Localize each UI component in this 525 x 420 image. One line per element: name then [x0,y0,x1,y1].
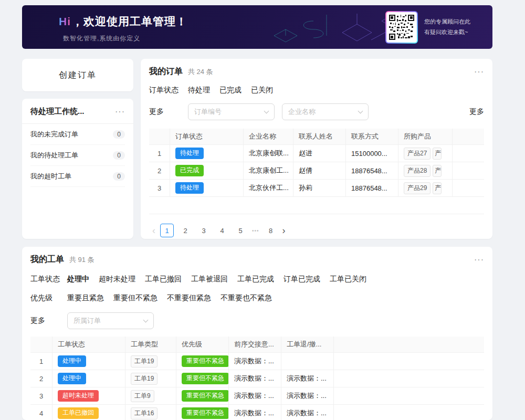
pagination-page-8[interactable]: 8 [264,224,278,237]
phone-cell: 15100000... [346,145,398,162]
more-options-icon[interactable]: ··· [474,257,484,262]
pagination-ellipsis-icon[interactable]: ••• [252,228,259,234]
order-status-option-completed[interactable]: 已完成 [219,86,242,95]
ticket-status-cell: 处理中 [52,370,125,387]
more-options-icon[interactable]: ··· [474,69,484,75]
priority-option-important-urgent[interactable]: 重要且紧急 [67,293,104,303]
product-tag: 产品28 [404,165,430,177]
more-options-icon[interactable]: ··· [115,109,125,114]
header-ticket-status: 工单状态 [52,337,125,352]
product-tag-truncated: 产 [433,165,442,177]
banner-subtitle: 数智化管理,系统由你定义 [63,34,187,43]
status-badge: 处理中 [58,373,86,384]
header-preorder-handover: 前序交接意... [229,337,281,352]
qr-caption-line2: 有疑问欢迎来戳~ [424,27,483,38]
stats-card-title: 待处理工作统... [30,107,85,117]
ticket-status-option-closed[interactable]: 工单已关闭 [330,275,366,284]
ticket-status-option-ticket-completed[interactable]: 工单已完成 [237,275,274,284]
priority-filter-label: 优先级 [30,293,67,303]
pagination-page-4[interactable]: 4 [215,224,229,237]
priority-filter: 优先级 重要且紧急 重要但不紧急 不重要但紧急 不重要也不紧急 [30,293,484,303]
parent-order-placeholder: 所属订单 [74,316,101,326]
company-cell: 北京伙伴工... [244,180,293,196]
pagination-page-5[interactable]: 5 [234,224,247,237]
header-filler [334,337,484,352]
tickets-count: 共 91 条 [69,255,94,265]
tickets-more-filter-row: 更多 所属订单 [30,312,484,329]
pagination-page-1[interactable]: 1 [160,224,174,237]
status-badge: 处理中 [58,355,86,367]
priority-option-important-not-urgent[interactable]: 重要但不紧急 [113,293,158,303]
row-index: 3 [149,180,170,196]
order-row[interactable]: 1 待处理 北京康创联... 赵进 15100000... 产品27产 [149,145,484,162]
ticket-row[interactable]: 4 工单已撤回 工单16 重要但不紧急 演示数据：... 演示数据：... [30,405,484,420]
pagination-page-2[interactable]: 2 [178,224,192,237]
my-tickets-panel: 我的工单 共 91 条 ··· 工单状态 处理中 超时未处理 工单已撤回 工单被… [22,247,492,420]
pagination-page-3[interactable]: 3 [197,224,211,237]
company-name-select[interactable]: 企业名称 [282,103,369,120]
order-number-placeholder: 订单编号 [194,107,222,117]
ticket-status-option-processing[interactable]: 处理中 [67,275,89,284]
order-status-option-pending[interactable]: 待处理 [188,86,210,95]
order-row[interactable]: 3 待处理 北京伙伴工... 孙莉 18876548... 产品29产 [149,180,484,197]
tickets-panel-title: 我的工单 [30,254,64,265]
row-filler [334,353,484,370]
ticket-status-cell: 超时未处理 [52,387,125,404]
orders-more-link[interactable]: 更多 [469,107,484,117]
priority-cell: 重要但不紧急 [176,387,229,404]
tickets-table: 工单状态 工单类型 优先级 前序交接意... 工单退/撤... 1 处理中 工单… [30,337,484,420]
orders-more-filter-row: 更多 订单编号 企业名称 更多 [149,103,484,120]
pagination-next-icon[interactable]: › [282,226,286,235]
orders-table-empty-row [149,197,484,214]
row-index: 1 [30,353,52,370]
banner-greeting-highlight: Hi [59,15,71,27]
qr-caption-line1: 您的专属顾问在此 [424,17,483,27]
create-order-button[interactable]: 创建订单 [22,59,133,91]
products-cell: 产品29产 [398,180,453,196]
product-tag-truncated: 产 [433,182,442,194]
qr-code [385,11,418,44]
header-company: 企业名称 [244,129,293,144]
priority-badge: 重要但不紧急 [182,373,229,384]
order-number-select[interactable]: 订单编号 [188,103,275,120]
priority-option-not-important-not-urgent[interactable]: 不重要也不紧急 [220,293,272,303]
preorder-cell: 演示数据：... [229,387,281,404]
parent-order-select[interactable]: 所属订单 [67,312,154,329]
contact-cell: 孙莉 [293,180,346,196]
ticket-status-option-withdrawn[interactable]: 工单已撤回 [145,275,182,284]
row-index: 4 [30,405,52,420]
stat-row-pending-tickets[interactable]: 我的待处理工单 0 [30,145,125,166]
chevron-down-icon [264,108,269,113]
order-status-cell: 待处理 [170,180,244,196]
ticket-row[interactable]: 2 处理中 工单19 重要但不紧急 演示数据：... 演示数据：... [30,370,484,387]
header-order-status: 订单状态 [170,129,244,144]
row-filler [453,145,484,162]
row-index: 3 [30,387,52,404]
company-name-placeholder: 企业名称 [288,107,316,117]
ticket-status-option-returned[interactable]: 工单被退回 [191,275,228,284]
ticket-status-option-overdue[interactable]: 超时未处理 [99,275,135,284]
order-row[interactable]: 2 已完成 北京康创工... 赵倩 18876548... 产品28产 [149,162,484,180]
withdraw-cell: 演示数据：... [281,387,334,404]
ticket-status-option-order-completed[interactable]: 订单已完成 [284,275,320,284]
priority-badge: 重要但不紧急 [182,407,229,419]
pagination-prev-icon[interactable]: ‹ [152,226,155,235]
products-cell: 产品27产 [398,145,453,162]
ticket-row[interactable]: 3 超时未处理 工单9 重要但不紧急 演示数据：... 演示数据：... [30,387,484,405]
priority-option-not-important-urgent[interactable]: 不重要但紧急 [167,293,211,303]
row-filler [453,162,484,179]
stat-label: 我的待处理工单 [30,151,78,160]
ticket-status-cell: 处理中 [52,353,125,370]
ticket-row[interactable]: 1 处理中 工单19 重要但不紧急 演示数据：... [30,353,484,370]
preorder-cell: 演示数据：... [229,370,281,387]
priority-badge: 重要但不紧急 [182,390,229,402]
order-status-option-closed[interactable]: 已关闭 [251,86,273,95]
stat-row-unfinished-orders[interactable]: 我的未完成订单 0 [30,124,125,145]
phone-cell: 18876548... [346,180,398,196]
stat-value: 0 [113,130,125,139]
stat-row-overdue-tickets[interactable]: 我的超时工单 0 [30,166,125,187]
ticket-status-cell: 工单已撤回 [52,405,125,420]
row-filler [334,370,484,387]
status-badge: 超时未处理 [58,390,99,402]
preorder-cell: 演示数据：... [229,405,281,420]
